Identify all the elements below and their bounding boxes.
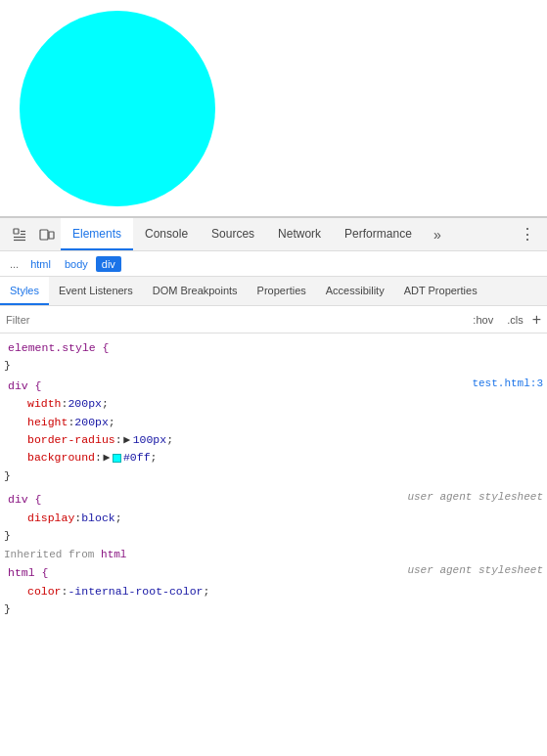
breadcrumb-bar: ... html body div bbox=[0, 251, 547, 277]
subtab-dom-breakpoints[interactable]: DOM Breakpoints bbox=[143, 277, 248, 305]
tab-network[interactable]: Network bbox=[266, 218, 333, 250]
css-background-value[interactable]: #0ff bbox=[123, 449, 151, 467]
subtab-accessibility[interactable]: Accessibility bbox=[316, 277, 394, 305]
svg-rect-6 bbox=[49, 232, 54, 239]
background-expand-icon[interactable]: ▶ bbox=[102, 449, 112, 467]
svg-rect-0 bbox=[14, 229, 19, 234]
hov-button[interactable]: :hov bbox=[468, 312, 498, 328]
css-color-line: color : -internal-root-color ; bbox=[0, 583, 547, 600]
html-agent-closing: } bbox=[0, 600, 547, 618]
css-height-line: height : 200px ; bbox=[0, 414, 547, 431]
background-color-swatch[interactable] bbox=[113, 454, 121, 463]
add-style-rule-button[interactable]: + bbox=[532, 312, 541, 328]
inherited-from-element[interactable]: html bbox=[101, 549, 126, 560]
devtools-panel: Elements Console Sources Network Perform… bbox=[0, 217, 547, 756]
css-panel: element.style { } div { test.html:3 widt… bbox=[0, 334, 547, 756]
device-toggle-icon[interactable] bbox=[33, 221, 61, 248]
css-background-line: background : ▶ #0ff ; bbox=[0, 449, 547, 467]
breadcrumb-ellipsis: ... bbox=[6, 256, 23, 272]
tab-console[interactable]: Console bbox=[133, 218, 200, 250]
div-agent-source: user agent stylesheet bbox=[407, 491, 547, 503]
div-rule-closing: } bbox=[0, 467, 547, 485]
div-agent-source-row: div { user agent stylesheet bbox=[0, 491, 547, 509]
css-display-value: block bbox=[81, 510, 115, 527]
css-border-radius-property[interactable]: border-radius bbox=[27, 431, 115, 449]
div-rule-source-row: div { test.html:3 bbox=[0, 378, 547, 395]
devtools-toolbar: Elements Console Sources Network Perform… bbox=[0, 218, 547, 251]
div-agent-selector: div { bbox=[4, 491, 42, 509]
breadcrumb-html[interactable]: html bbox=[24, 256, 57, 272]
css-height-property[interactable]: height bbox=[27, 414, 68, 431]
svg-rect-5 bbox=[40, 230, 48, 240]
css-color-value: -internal-root-color bbox=[68, 583, 203, 600]
element-style-selector: element.style { bbox=[4, 339, 110, 357]
border-radius-expand-icon[interactable]: ▶ bbox=[122, 431, 132, 449]
preview-area bbox=[0, 0, 547, 217]
subtab-properties[interactable]: Properties bbox=[248, 277, 316, 305]
css-color-property[interactable]: color bbox=[27, 583, 62, 600]
element-style-section: element.style { } bbox=[0, 337, 547, 376]
tab-elements[interactable]: Elements bbox=[61, 218, 133, 250]
html-agent-selector: html { bbox=[4, 564, 48, 582]
subtab-adt-properties[interactable]: ADT Properties bbox=[394, 277, 487, 305]
more-tabs-button[interactable]: » bbox=[424, 221, 451, 248]
subtab-event-listeners[interactable]: Event Listeners bbox=[49, 277, 143, 305]
devtools-menu-button[interactable]: ⋮ bbox=[514, 221, 541, 248]
css-width-line: width : 200px ; bbox=[0, 395, 547, 413]
cls-button[interactable]: .cls bbox=[502, 312, 528, 328]
css-background-property[interactable]: background bbox=[27, 449, 95, 467]
div-source-link[interactable]: test.html:3 bbox=[472, 378, 547, 389]
div-rule-section: div { test.html:3 width : 200px ; height… bbox=[0, 376, 547, 485]
css-width-property[interactable]: width bbox=[27, 395, 62, 413]
breadcrumb-div[interactable]: div bbox=[96, 256, 121, 272]
element-style-selector-line: element.style { bbox=[0, 339, 547, 357]
css-display-line: display : block ; bbox=[0, 510, 547, 527]
main-tabs: Elements Console Sources Network Perform… bbox=[61, 218, 424, 250]
div-selector: div { bbox=[4, 378, 42, 395]
html-agent-section: html { user agent stylesheet color : -in… bbox=[0, 562, 547, 618]
css-display-property[interactable]: display bbox=[27, 510, 74, 527]
div-agent-section: div { user agent stylesheet display : bl… bbox=[0, 489, 547, 545]
css-height-value[interactable]: 200px bbox=[74, 414, 109, 431]
html-agent-selector-line: html { bbox=[0, 564, 48, 582]
div-agent-selector-line: div { bbox=[0, 491, 42, 509]
div-agent-closing: } bbox=[0, 527, 547, 545]
inspect-element-icon[interactable] bbox=[6, 221, 33, 248]
subtab-styles[interactable]: Styles bbox=[0, 277, 49, 305]
tab-sources[interactable]: Sources bbox=[200, 218, 266, 250]
preview-circle bbox=[20, 11, 215, 206]
inherited-from-label: Inherited from html bbox=[0, 545, 547, 562]
css-border-radius-value[interactable]: 100px bbox=[133, 431, 167, 449]
element-style-closing: } bbox=[0, 357, 547, 375]
div-selector-line: div { bbox=[0, 378, 42, 395]
html-agent-source-row: html { user agent stylesheet bbox=[0, 564, 547, 582]
tab-performance[interactable]: Performance bbox=[333, 218, 424, 250]
subtabs-bar: Styles Event Listeners DOM Breakpoints P… bbox=[0, 277, 547, 306]
css-border-radius-line: border-radius : ▶ 100px ; bbox=[0, 431, 547, 449]
css-width-value[interactable]: 200px bbox=[68, 395, 102, 413]
breadcrumb-body[interactable]: body bbox=[59, 256, 94, 272]
filter-bar: :hov .cls + bbox=[0, 306, 547, 334]
filter-input[interactable] bbox=[6, 314, 464, 326]
html-agent-source: user agent stylesheet bbox=[407, 564, 547, 576]
